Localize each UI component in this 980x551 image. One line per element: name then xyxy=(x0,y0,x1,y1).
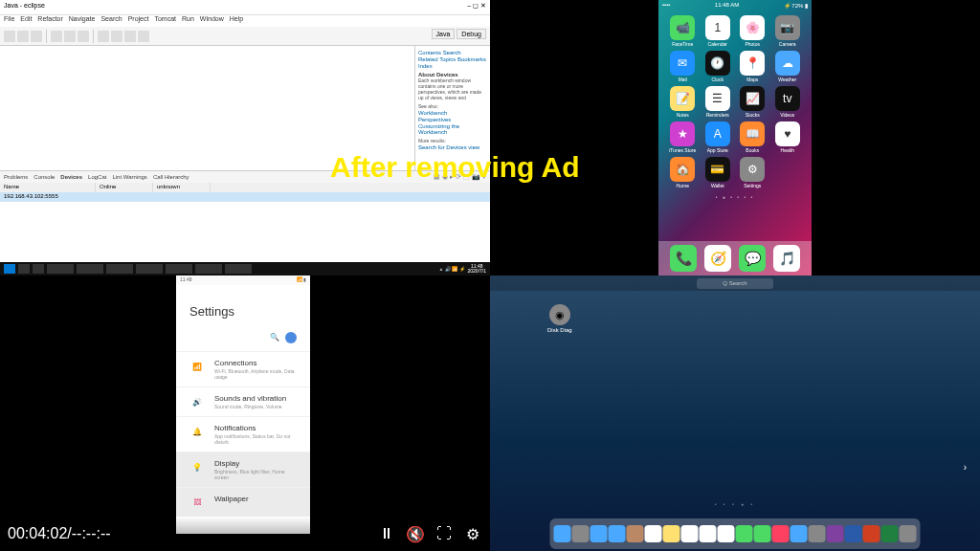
taskbar-app[interactable] xyxy=(136,264,163,274)
dock-app-maps[interactable] xyxy=(700,525,717,542)
tab-logcat[interactable]: LogCat xyxy=(88,174,106,180)
tab-lint[interactable]: Lint Warnings xyxy=(112,174,146,180)
dock-app-finder[interactable] xyxy=(554,525,571,542)
tab-devices[interactable]: Devices xyxy=(60,174,82,180)
ios-app-reminders[interactable]: ☰Reminders xyxy=(702,86,735,118)
ios-app-facetime[interactable]: 📹FaceTime xyxy=(666,15,700,47)
ios-app-itunes-store[interactable]: ★iTunes Store xyxy=(666,121,700,153)
taskbar-clock[interactable]: 11:48 2020/7/1 xyxy=(468,264,486,274)
dock-app-phone[interactable]: 📞 xyxy=(670,245,697,272)
ios-app-videos[interactable]: tvVideos xyxy=(771,86,805,118)
toolbar-icon[interactable] xyxy=(78,31,89,42)
dock-app-facetime[interactable] xyxy=(754,525,771,542)
page-dots[interactable]: • ● • • • • xyxy=(658,194,812,200)
toolbar-icon[interactable] xyxy=(17,31,29,42)
th-status[interactable]: Online xyxy=(96,183,153,192)
tab-console[interactable]: Console xyxy=(33,174,55,180)
dock-app-preferences[interactable] xyxy=(809,525,826,542)
systray[interactable]: ▲ 🔊 📶 ⚡ xyxy=(438,266,464,272)
dock-app-word[interactable] xyxy=(845,525,862,542)
perspective-java[interactable]: Java xyxy=(432,29,456,39)
toolbar-icon[interactable] xyxy=(31,31,42,42)
toolbar-icon[interactable] xyxy=(98,31,109,42)
dock-app-onenote[interactable] xyxy=(827,525,844,542)
ios-app-clock[interactable]: 🕐Clock xyxy=(702,51,735,82)
settings-gear-icon[interactable]: ⚙ xyxy=(463,524,482,543)
ios-app-health[interactable]: ♥Health xyxy=(771,121,805,153)
toolbar-icon[interactable] xyxy=(124,31,136,42)
mute-icon[interactable]: 🔇 xyxy=(406,524,425,543)
dock-app-notes[interactable] xyxy=(663,525,680,542)
ios-app-settings[interactable]: ⚙Settings xyxy=(736,157,769,188)
settings-item-display[interactable]: 💡DisplayBrightness, Blue light filter, H… xyxy=(176,452,310,487)
menu-file[interactable]: File xyxy=(4,15,14,27)
tab-callhierarchy[interactable]: Call Hierarchy xyxy=(153,174,189,180)
menu-refactor[interactable]: Refactor xyxy=(37,15,62,27)
settings-item-connections[interactable]: 📶ConnectionsWi-Fi, Bluetooth, Airplane m… xyxy=(176,351,310,386)
windows-taskbar[interactable]: ▲ 🔊 📶 ⚡ 11:48 2020/7/1 xyxy=(0,262,490,276)
taskbar-app[interactable] xyxy=(77,264,103,274)
menu-help[interactable]: Help xyxy=(230,15,243,27)
dock-app-music[interactable]: 🎵 xyxy=(773,245,800,272)
dock-app-photos[interactable] xyxy=(718,525,735,542)
help-link[interactable]: Index xyxy=(418,63,487,69)
desktop-icon-diskdiag[interactable]: ◉ Disk Diag xyxy=(547,304,572,333)
help-link[interactable]: Contents Search xyxy=(418,50,487,55)
menu-search[interactable]: Search xyxy=(100,15,122,27)
menu-edit[interactable]: Edit xyxy=(20,15,32,27)
help-link[interactable]: Workbench xyxy=(418,110,487,116)
avatar-icon[interactable] xyxy=(285,332,297,343)
ios-app-notes[interactable]: 📝Notes xyxy=(666,86,700,118)
table-row[interactable]: 192.168.43.102:5555 xyxy=(0,192,490,202)
dock-app-trash[interactable] xyxy=(900,525,917,542)
help-link[interactable]: Search for Devices view xyxy=(418,144,487,150)
ios-app-mail[interactable]: ✉Mail xyxy=(666,51,700,82)
pause-icon[interactable]: ⏸ xyxy=(377,524,396,543)
ios-app-calendar[interactable]: 1Calendar xyxy=(702,15,735,47)
perspective-debug[interactable]: Debug xyxy=(457,29,486,39)
dock-app-calendar[interactable] xyxy=(645,525,662,542)
ios-app-stocks[interactable]: 📈Stocks xyxy=(736,86,769,118)
dock-app-excel[interactable] xyxy=(881,525,899,542)
help-link[interactable]: Related Topics Bookmarks xyxy=(418,56,487,62)
dock-app-messages[interactable]: 💬 xyxy=(739,245,766,272)
dock-app-appstore[interactable] xyxy=(791,525,808,542)
menu-tomcat[interactable]: Tomcat xyxy=(154,15,176,27)
spotlight-search[interactable]: Q Search xyxy=(697,278,773,289)
taskbar-app[interactable] xyxy=(33,264,44,274)
ios-app-wallet[interactable]: 💳Wallet xyxy=(702,157,735,188)
menu-navigate[interactable]: Navigate xyxy=(69,15,96,27)
th-unknown[interactable]: unknown xyxy=(153,183,211,192)
ios-app-weather[interactable]: ☁Weather xyxy=(771,51,805,82)
toolbar-icon[interactable] xyxy=(51,31,62,42)
start-button[interactable] xyxy=(4,264,15,274)
taskbar-app[interactable] xyxy=(195,264,222,274)
toolbar-icon[interactable] xyxy=(4,31,15,42)
fullscreen-icon[interactable]: ⛶ xyxy=(434,524,454,543)
search-icon[interactable]: 🔍 xyxy=(270,333,279,342)
dock-app-safari[interactable]: 🧭 xyxy=(704,245,731,272)
taskbar-app[interactable] xyxy=(166,264,192,274)
menu-window[interactable]: Window xyxy=(200,15,224,27)
ios-app-books[interactable]: 📖Books xyxy=(736,121,769,153)
toolbar-icon[interactable] xyxy=(138,31,149,42)
tab-problems[interactable]: Problems xyxy=(4,174,28,180)
dock-app-launchpad[interactable] xyxy=(572,525,590,542)
ios-app-app-store[interactable]: AApp Store xyxy=(702,121,735,153)
ios-app-maps[interactable]: 📍Maps xyxy=(736,51,769,82)
settings-item-wallpaper[interactable]: 🖼Wallpaper xyxy=(176,487,310,517)
help-link[interactable]: Perspectives xyxy=(418,117,487,122)
dock-app-reminders[interactable] xyxy=(681,525,699,542)
taskbar-app[interactable] xyxy=(106,264,133,274)
ios-app-camera[interactable]: 📷Camera xyxy=(771,15,805,47)
dock-app-contacts[interactable] xyxy=(627,525,644,542)
toolbar-icon[interactable] xyxy=(64,31,76,42)
taskbar-search[interactable] xyxy=(18,264,30,274)
dock-app-powerpoint[interactable] xyxy=(863,525,880,542)
dock-app-messages[interactable] xyxy=(736,525,753,542)
toolbar-icon[interactable] xyxy=(111,31,122,42)
th-name[interactable]: Name xyxy=(0,183,96,192)
window-controls[interactable]: – ◻ ✕ xyxy=(467,2,486,12)
settings-item-sounds-and-vibration[interactable]: 🔊Sounds and vibrationSound mode, Rington… xyxy=(176,386,310,416)
dock-app-mail[interactable] xyxy=(609,525,626,542)
